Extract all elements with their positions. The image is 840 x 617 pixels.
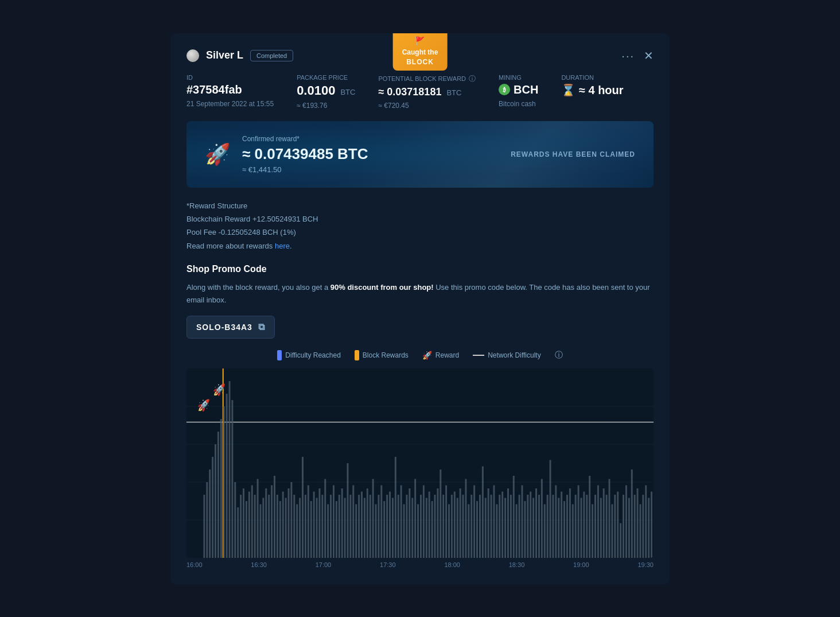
svg-rect-138 (572, 505, 574, 558)
potential-value-row: ≈ 0.03718181 BTC (378, 86, 476, 98)
legend-row: Difficulty Reached Block Rewards 🚀 Rewar… (186, 350, 654, 360)
svg-rect-58 (347, 463, 349, 558)
svg-rect-163 (642, 495, 644, 558)
svg-rect-83 (417, 505, 419, 558)
svg-rect-149 (603, 488, 605, 558)
svg-rect-127 (541, 479, 543, 558)
svg-rect-21 (243, 488, 244, 558)
svg-rect-104 (476, 501, 478, 558)
info-icon: ⓘ (469, 74, 476, 84)
svg-rect-64 (364, 498, 365, 558)
svg-rect-105 (479, 495, 481, 558)
svg-rect-148 (600, 498, 602, 558)
svg-rect-91 (440, 469, 441, 558)
svg-rect-132 (555, 486, 557, 558)
info-grid: ID #37584fab 21 September 2022 at 15:55 … (170, 63, 670, 121)
svg-rect-11 (215, 444, 216, 558)
svg-rect-84 (420, 495, 422, 558)
caught-block-badge: 🚩 Caught the BLOCK (393, 33, 448, 71)
svg-rect-57 (344, 498, 346, 558)
svg-rect-165 (648, 498, 650, 558)
time-1800: 18:00 (444, 561, 460, 568)
chart-section: Difficulty Reached Block Rewards 🚀 Rewar… (170, 350, 670, 583)
svg-rect-24 (251, 486, 253, 558)
svg-rect-62 (358, 495, 360, 558)
svg-rect-79 (406, 495, 407, 558)
svg-rect-111 (496, 505, 497, 558)
package-col: Package Price 0.0100 BTC ≈ €193.76 (297, 74, 355, 110)
time-1930: 19:30 (637, 561, 654, 568)
svg-rect-97 (457, 498, 458, 558)
read-more-prefix: Read more about rewards (186, 242, 275, 250)
read-more-row: Read more about rewards here. (186, 239, 654, 253)
svg-rect-36 (285, 498, 287, 558)
mining-name: Bitcoin cash (499, 100, 538, 108)
svg-rect-121 (524, 501, 526, 558)
svg-rect-144 (589, 476, 590, 558)
svg-rect-33 (277, 495, 278, 558)
package-eur: ≈ €193.76 (297, 102, 355, 110)
reward-blockchain: Blockchain Reward +12.50524931 BCH (186, 212, 654, 226)
svg-rect-106 (482, 467, 484, 558)
svg-rect-160 (634, 495, 636, 558)
confirmed-banner: 🚀 Confirmed reward* ≈ 0.07439485 BTC ≈ €… (186, 121, 654, 188)
svg-rect-158 (628, 498, 630, 558)
package-value: 0.0100 (297, 83, 335, 98)
svg-rect-110 (493, 486, 495, 558)
svg-rect-159 (631, 469, 633, 558)
svg-rect-7 (203, 495, 205, 558)
svg-rect-29 (265, 488, 267, 558)
svg-rect-123 (530, 492, 531, 558)
package-label: Package Price (297, 74, 355, 81)
promo-section: Shop Promo Code Along with the block rew… (170, 264, 670, 350)
svg-rect-116 (510, 495, 512, 558)
svg-rect-81 (411, 498, 413, 558)
duration-label: Duration (561, 74, 623, 81)
time-1830: 18:30 (509, 561, 525, 568)
svg-rect-133 (558, 498, 559, 558)
chart-info-icon[interactable]: ⓘ (555, 350, 563, 360)
svg-rect-113 (501, 492, 503, 558)
copy-icon[interactable]: ⧉ (258, 322, 265, 332)
legend-network-difficulty: Network Difficulty (473, 351, 540, 359)
banner-left: 🚀 Confirmed reward* ≈ 0.07439485 BTC ≈ €… (205, 135, 368, 174)
svg-rect-150 (606, 495, 608, 558)
close-button[interactable]: ✕ (644, 50, 654, 61)
svg-rect-77 (400, 486, 402, 558)
read-more-link[interactable]: here (275, 242, 290, 250)
svg-rect-107 (485, 498, 487, 558)
svg-rect-60 (352, 486, 354, 558)
svg-rect-61 (355, 505, 357, 558)
claimed-label: REWARDS HAVE BEEN CLAIMED (511, 150, 635, 158)
promo-title: Shop Promo Code (186, 264, 654, 274)
reward-pool-fee: Pool Fee -0.12505248 BCH (1%) (186, 226, 654, 239)
svg-rect-40 (296, 505, 298, 558)
svg-rect-68 (375, 505, 377, 558)
legend-reward-label: Reward (435, 351, 459, 359)
time-1900: 19:00 (573, 561, 589, 568)
legend-reward: 🚀 Reward (422, 351, 459, 360)
svg-rect-90 (437, 488, 438, 558)
more-options-button[interactable]: ··· (621, 49, 635, 63)
confirmed-amount: ≈ 0.07439485 BTC (242, 145, 368, 163)
flag-icon: 🚩 (415, 36, 425, 47)
svg-rect-161 (637, 488, 639, 558)
confirmed-eur: ≈ €1,441.50 (242, 165, 368, 174)
svg-rect-38 (290, 482, 292, 558)
time-1600: 16:00 (186, 561, 203, 568)
svg-rect-43 (305, 495, 306, 558)
svg-rect-67 (372, 479, 374, 558)
svg-rect-37 (288, 488, 290, 558)
svg-rect-136 (566, 495, 568, 558)
legend-difficulty-label: Difficulty Reached (285, 351, 341, 359)
svg-rect-117 (513, 476, 515, 558)
legend-line (473, 355, 484, 356)
svg-rect-124 (532, 498, 534, 558)
svg-rect-82 (414, 479, 416, 558)
legend-difficulty-reached: Difficulty Reached (277, 350, 341, 360)
svg-rect-72 (386, 495, 388, 558)
mining-currency: BCH (514, 83, 538, 96)
modal-overlay: 🚩 Caught the BLOCK Silver L Completed ··… (0, 0, 840, 617)
svg-rect-95 (451, 495, 453, 558)
svg-rect-31 (271, 486, 273, 558)
